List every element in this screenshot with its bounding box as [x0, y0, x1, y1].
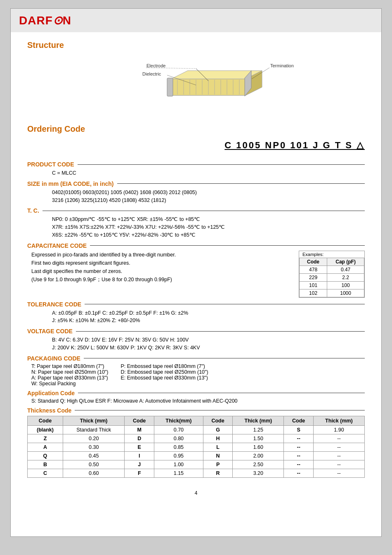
- tc-title: T. C.: [27, 207, 39, 214]
- table-row: A 0.30 E 0.85 L 1.60 -- --: [28, 443, 365, 451]
- row6-c4: 1.15: [154, 469, 203, 477]
- electrode-label: Electrode: [146, 63, 165, 68]
- row3-c1: A: [28, 443, 63, 451]
- row5-c2: 0.50: [63, 460, 125, 469]
- cap-code-3: 101: [300, 281, 327, 289]
- thickness-title: Thickness Code: [27, 407, 71, 414]
- row5-c7: --: [284, 460, 314, 469]
- packaging-left: T: Paper tape reel Ø180mm (7") N: Paper …: [31, 363, 108, 387]
- application-section: Application Code: [27, 390, 365, 396]
- termination-label: Termination: [270, 63, 294, 68]
- application-line: [78, 393, 365, 393]
- structure-diagram: Electrode Dielectric Termination: [27, 56, 365, 114]
- row1-c4: 0.70: [154, 425, 203, 434]
- row3-c8: --: [313, 443, 364, 451]
- cap-row-3: 101 100: [300, 281, 364, 289]
- packaging-right-2: D: Embossed tape reel Ø250mm (10"): [120, 369, 208, 375]
- row3-c6: 1.60: [233, 443, 284, 451]
- capacitance-line: [90, 245, 365, 246]
- header: DARF⊙N: [11, 9, 381, 32]
- th-code-1: Code: [28, 416, 63, 425]
- cap-val-3: 100: [327, 281, 364, 289]
- th-thick-2: Thick(mm): [154, 416, 203, 425]
- row4-c7: --: [284, 451, 314, 460]
- capacitor-diagram: Electrode Dielectric Termination: [97, 58, 295, 112]
- row2-c6: 1.50: [233, 434, 284, 443]
- tolerance-item-1: A: ±0.05pF B: ±0.1pF C: ±0.25pF D: ±0.5p…: [52, 309, 365, 317]
- cap-code-4: 102: [300, 289, 327, 297]
- thickness-line: [75, 410, 365, 410]
- voltage-items: B: 4V C: 6.3V D: 10V E: 16V F: 25V N: 35…: [52, 336, 365, 352]
- packaging-right-3: E: Embossed tape reel Ø330mm (13"): [120, 375, 208, 381]
- row2-c5: H: [203, 434, 233, 443]
- row4-c8: --: [313, 451, 364, 460]
- cap-text: Expressed in pico-farads and identified …: [31, 251, 290, 284]
- row4-c6: 2.00: [233, 451, 284, 460]
- row2-c4: 0.80: [154, 434, 203, 443]
- voltage-item-2: J: 200V K: 250V L: 500V M: 630V P: 1KV Q…: [52, 344, 365, 352]
- cap-row-1: 478 0.47: [300, 266, 364, 273]
- svg-rect-15: [167, 78, 173, 96]
- cap-code-2: 229: [300, 273, 327, 281]
- size-line: [117, 183, 365, 184]
- row5-c8: --: [313, 460, 364, 469]
- ordering-code-text: C 1005 NP0 101 J G T S △: [224, 140, 365, 150]
- table-row: C 0.60 F 1.15 R 3.20 -- --: [28, 469, 365, 477]
- size-items: 0402(01005) 0603(0201) 1005 (0402) 1608 …: [52, 189, 365, 204]
- table-row: (blank) Standard Thick M 0.70 G 1.25 S 1…: [28, 425, 365, 434]
- tc-line: [43, 211, 365, 211]
- row6-c3: F: [125, 469, 154, 477]
- row1-c7: S: [284, 425, 314, 434]
- capacitance-section: CAPACITANCE CODE: [27, 242, 365, 249]
- voltage-section: VOLTAGE CODE: [27, 328, 365, 334]
- cap-col-pf: Cap (pF): [327, 258, 364, 266]
- table-row: B 0.50 J 1.00 P 2.50 -- --: [28, 460, 365, 469]
- examples-label: Examples:: [299, 251, 364, 258]
- cap-val-1: 0.47: [327, 266, 364, 273]
- row6-c5: R: [203, 469, 233, 477]
- size-item-2: 3216 (1206) 3225(1210) 4520 (1808) 4532 …: [52, 197, 365, 204]
- row2-c3: D: [125, 434, 154, 443]
- product-code-title: PRODUCT CODE: [27, 161, 74, 168]
- cap-table-header: Code Cap (pF): [300, 258, 364, 266]
- packaging-title: PACKAGING CODE: [27, 355, 80, 362]
- row6-c7: --: [284, 469, 314, 477]
- tc-item-1: NP0: 0 ±30ppm/℃ -55℃ to +125℃ X5R: ±15% …: [52, 216, 365, 223]
- row3-c5: L: [203, 443, 233, 451]
- row3-c2: 0.30: [63, 443, 125, 451]
- th-code-4: Code: [284, 416, 314, 425]
- cap-examples-box: Examples: Code Cap (pF) 478 0.47 229 2.2…: [299, 251, 365, 298]
- tc-item-3: X6S: ±22% -55℃ to +105℃ Y5V: +22%/-82% -…: [52, 231, 365, 239]
- th-thick-1: Thick (mm): [63, 416, 125, 425]
- table-row: Q 0.45 I 0.95 N 2.00 -- --: [28, 451, 365, 460]
- cap-val-4: 1000: [327, 289, 364, 297]
- application-content: S: Standard Q: High Q/Low ESR F: Microwa…: [31, 398, 365, 404]
- th-thick-4: Thick (mm): [313, 416, 364, 425]
- tc-items: NP0: 0 ±30ppm/℃ -55℃ to +125℃ X5R: ±15% …: [52, 216, 365, 239]
- tc-item-2: X7R: ±15% X7S:±22% X7T: +22%/-33% X7U: +…: [52, 223, 365, 231]
- row2-c7: --: [284, 434, 314, 443]
- size-section: SIZE in mm (EIA CODE, in inch): [27, 180, 365, 187]
- cap-val-2: 2.2: [327, 273, 364, 281]
- tc-section: T. C.: [27, 207, 365, 214]
- cap-text-1: Expressed in pico-farads and identified …: [31, 251, 290, 259]
- cap-code-1: 478: [300, 266, 327, 273]
- row3-c4: 0.85: [154, 443, 203, 451]
- packaging-line: [84, 358, 365, 358]
- capacitance-content: Expressed in pico-farads and identified …: [31, 251, 365, 298]
- row5-c1: B: [28, 460, 63, 469]
- row6-c6: 3.20: [233, 469, 284, 477]
- thickness-table: Code Thick (mm) Code Thick(mm) Code Thic…: [27, 416, 365, 478]
- row4-c1: Q: [28, 451, 63, 460]
- thickness-header-row: Code Thick (mm) Code Thick(mm) Code Thic…: [28, 416, 365, 425]
- product-code-line: [78, 164, 365, 165]
- row1-c2: Standard Thick: [63, 425, 125, 434]
- row6-c1: C: [28, 469, 63, 477]
- cap-examples-table: Code Cap (pF) 478 0.47 229 2.2 101 100 1…: [299, 258, 364, 297]
- tolerance-line: [85, 304, 365, 304]
- voltage-title: VOLTAGE CODE: [27, 328, 73, 334]
- row5-c5: P: [203, 460, 233, 469]
- size-item-1: 0402(01005) 0603(0201) 1005 (0402) 1608 …: [52, 189, 365, 197]
- th-code-3: Code: [203, 416, 233, 425]
- packaging-items: T: Paper tape reel Ø180mm (7") N: Paper …: [31, 363, 365, 387]
